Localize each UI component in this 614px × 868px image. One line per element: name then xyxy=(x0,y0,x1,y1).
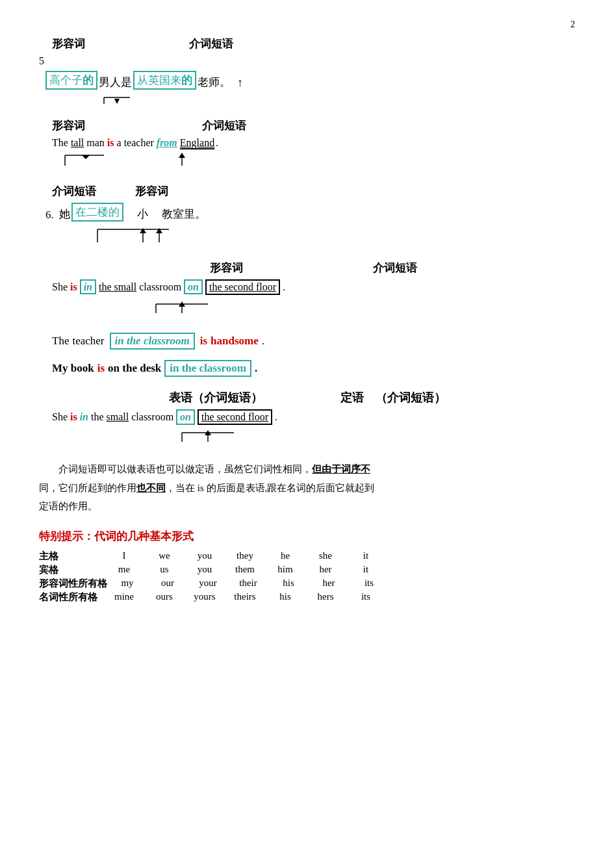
pron-label-zhuge: 主格 xyxy=(39,550,104,563)
svg-marker-2 xyxy=(114,99,120,104)
word-onthedesk: on the desk xyxy=(108,362,161,375)
pp-label-6-en: 介词短语 xyxy=(373,261,417,275)
word-in-box-6: in xyxy=(80,281,96,293)
pron-label-mingci: 名词性所有格 xyxy=(39,591,104,604)
word-small-by: small xyxy=(107,411,129,423)
pron-we: we xyxy=(144,550,185,563)
cn-laoshi: 老师。 xyxy=(198,75,231,90)
word-she-by: She xyxy=(52,411,68,423)
word-is-6: is xyxy=(70,281,77,293)
page-number: 2 xyxy=(39,19,575,30)
cn-box-gaogezi: 高个子的 xyxy=(45,71,97,90)
word-man-5: man xyxy=(86,137,105,149)
pron-they: they xyxy=(225,550,265,563)
word-mybook: My book xyxy=(52,362,94,375)
arrow-diagram-6 xyxy=(39,224,575,251)
arrow-diagram-5 xyxy=(39,92,575,113)
adj-label-6: 形容词 xyxy=(135,184,168,199)
period-t: . xyxy=(262,335,264,348)
num-6: 6. xyxy=(45,209,54,222)
sentence-teacher: The teacher in the classroom is handsome… xyxy=(39,333,575,350)
word-she-6: She xyxy=(52,281,68,293)
pp-label-5-en: 介词短语 xyxy=(202,118,246,133)
pron-he: he xyxy=(265,550,305,563)
pronoun-title: 特别提示：代词的几种基本形式 xyxy=(39,529,575,544)
pp-label-5: 介词短语 xyxy=(189,36,233,51)
section5-labels: 形容词 介词短语 xyxy=(39,36,575,51)
pron-you: you xyxy=(185,550,225,563)
pron-hers: hers xyxy=(305,591,346,604)
word-teacher-t: teacher xyxy=(72,335,104,348)
number-5: 5 xyxy=(39,55,575,67)
pron-mine: mine xyxy=(104,591,144,604)
section6-labels: 介词短语 形容词 xyxy=(39,184,575,199)
sentence-book: My book is on the desk in the classroom … xyxy=(39,360,575,377)
pron-label-binge: 宾格 xyxy=(39,564,104,576)
pron-ours: ours xyxy=(144,591,185,604)
pron-row-xingrong: 形容词性所有格 my our your their his her its xyxy=(39,578,575,590)
cn-sentence-5: 高个子的 男人是 从英国来的 老师。 ↑ xyxy=(39,71,575,90)
word-the-5: The xyxy=(52,137,68,149)
para-bold-2: 也不同 xyxy=(136,483,166,493)
section6-en-labels: 形容词 介词短语 xyxy=(39,261,575,275)
cn-space2 xyxy=(149,209,160,222)
cn-renjian: 男人是 xyxy=(99,75,132,90)
pron-us: us xyxy=(144,564,185,576)
word-england-box: England. xyxy=(180,137,218,149)
pron-you2: you xyxy=(185,564,225,576)
up-arrow-cn: ↑ xyxy=(237,76,243,90)
cn-box-erlou: 在二楼的 xyxy=(71,203,123,222)
pron-him: him xyxy=(265,564,305,576)
pron-row-zhuge: 主格 I we you they he she it xyxy=(39,550,575,563)
word-is-5: is xyxy=(107,137,114,149)
bracket-svg-5 xyxy=(91,92,234,110)
word-is-b: is xyxy=(97,362,105,375)
word-tall-5: tall xyxy=(71,137,84,149)
pron-yours: yours xyxy=(185,591,225,604)
pron-my: my xyxy=(107,578,147,590)
word-handsome-t: handsome xyxy=(211,335,259,348)
word-inclass-box: in the classroom xyxy=(110,333,195,350)
period-b: . xyxy=(255,362,257,375)
bracket-svg-6 xyxy=(91,224,260,249)
para-line2: 同，它们所起到的作用也不同，当在 is 的后面是表语,跟在名词的后面它就起到 xyxy=(39,483,374,493)
word-the-t: The xyxy=(52,335,69,348)
biaoyu-label: 表语（介词短语） xyxy=(169,390,262,405)
en-sentence-5: The tall man is a teacher from England. xyxy=(39,137,575,149)
pron-his: his xyxy=(268,578,309,590)
pron-his2: his xyxy=(265,591,305,604)
word-the-by: the xyxy=(91,411,104,423)
pp-label-6: 介词短语 xyxy=(52,184,96,199)
word-on-box-6: on xyxy=(184,281,203,293)
word-is-t: is xyxy=(200,335,207,348)
pron-it2: it xyxy=(346,564,386,576)
word-inclass-book-box: in the classroom xyxy=(164,360,251,377)
word-from-5: from xyxy=(157,137,177,149)
svg-marker-5 xyxy=(82,155,90,159)
bracket-area-5 xyxy=(39,153,575,175)
pron-I: I xyxy=(104,550,144,563)
paragraph: 介词短语即可以做表语也可以做定语，虽然它们词性相同，但由于词序不 同，它们所起到… xyxy=(39,460,575,516)
pron-its: its xyxy=(349,578,389,590)
para-bold-1: 但由于词序不 xyxy=(312,464,370,474)
cn-xiao: 小 xyxy=(137,207,148,222)
word-thesmall-6: the small xyxy=(99,281,136,293)
pron-her2: her xyxy=(309,578,349,590)
adj-label-5: 形容词 xyxy=(52,36,85,51)
biaoyu-labels: 表语（介词短语） 定语 （介词短语） xyxy=(39,390,575,405)
pron-their: their xyxy=(228,578,268,590)
pron-me: me xyxy=(104,564,144,576)
word-ateacher-5: a teacher xyxy=(117,137,154,149)
cn-space1 xyxy=(125,209,136,222)
arrow-area-biaoyu xyxy=(39,428,575,448)
word-is-by: is xyxy=(70,411,77,423)
pron-row-mingci: 名词性所有格 mine ours yours theirs his hers i… xyxy=(39,591,575,604)
word-theseconfloor-by: the second floor xyxy=(198,409,272,425)
pronoun-section: 特别提示：代词的几种基本形式 主格 I we you they he she i… xyxy=(39,529,575,604)
pron-them: them xyxy=(225,564,265,576)
pron-it: it xyxy=(346,550,386,563)
svg-marker-7 xyxy=(179,153,185,158)
cn-jiaoshi: 教室里。 xyxy=(162,207,206,222)
word-classroom-6: classroom xyxy=(139,281,181,293)
pron-label-xingrong: 形容词性所有格 xyxy=(39,578,107,590)
